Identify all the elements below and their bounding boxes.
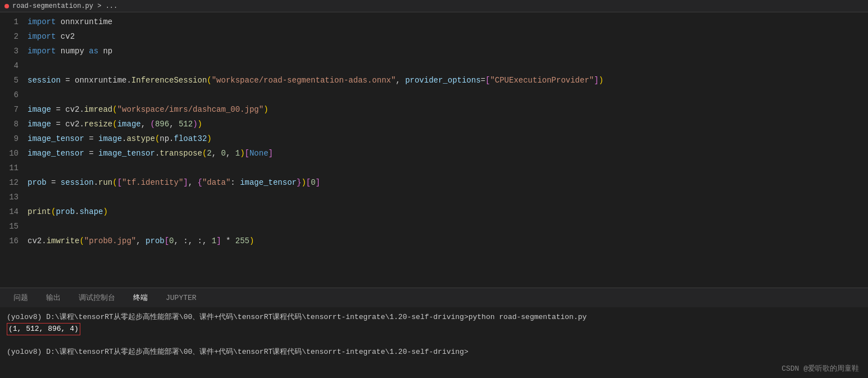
panel-tab-输出[interactable]: 输出 — [37, 288, 70, 308]
breadcrumb: road-segmentation.py > ... — [12, 2, 117, 10]
code-line: print(prob.shape) — [25, 204, 868, 219]
error-dot — [4, 4, 9, 8]
panel-tab-调试控制台[interactable]: 调试控制台 — [70, 288, 124, 308]
terminal-line: (yolov8) D:\课程\tensorRT从零起步高性能部署\00、课件+代… — [7, 347, 861, 358]
terminal-result-line: (1, 512, 896, 4) — [7, 323, 861, 335]
editor-area: 12345678910111213141516 import onnxrunti… — [0, 12, 868, 288]
terminal-blank-line — [7, 335, 861, 347]
code-line: image_tensor = image.astype(np.float32) — [25, 131, 868, 146]
terminal-line: (yolov8) D:\课程\tensorRT从零起步高性能部署\00、课件+代… — [7, 312, 861, 323]
code-line: import numpy as np — [25, 44, 868, 58]
line-numbers: 12345678910111213141516 — [0, 12, 25, 288]
code-content[interactable]: import onnxruntimeimport cv2import numpy… — [25, 12, 868, 288]
code-line — [25, 58, 868, 73]
code-line: image_tensor = image_tensor.transpose(2,… — [25, 146, 868, 161]
panel-tab-jupyter[interactable]: JUPYTER — [157, 288, 206, 308]
panel-tab-终端[interactable]: 终端 — [124, 288, 157, 308]
code-line — [25, 219, 868, 234]
code-line: import onnxruntime — [25, 15, 868, 29]
title-bar: road-segmentation.py > ... — [0, 0, 868, 12]
code-line: prob = session.run(["tf.identity"], {"da… — [25, 175, 868, 190]
code-line: cv2.imwrite("prob0.jpg", prob[0, :, :, 1… — [25, 234, 868, 248]
code-line — [25, 161, 868, 175]
terminal-area[interactable]: (yolov8) D:\课程\tensorRT从零起步高性能部署\00、课件+代… — [0, 307, 868, 378]
code-line — [25, 190, 868, 204]
code-line: image = cv2.imread("workspace/imrs/dashc… — [25, 102, 868, 117]
code-line — [25, 88, 868, 102]
code-line: session = onnxruntime.InferenceSession("… — [25, 73, 868, 88]
code-line: import cv2 — [25, 29, 868, 44]
panel-tabs: 问题输出调试控制台终端JUPYTER — [0, 288, 868, 307]
code-line: image = cv2.resize(image, (896, 512)) — [25, 117, 868, 131]
watermark: CSDN @爱听歌的周童鞋 — [781, 363, 859, 374]
panel-tab-问题[interactable]: 问题 — [4, 288, 37, 308]
